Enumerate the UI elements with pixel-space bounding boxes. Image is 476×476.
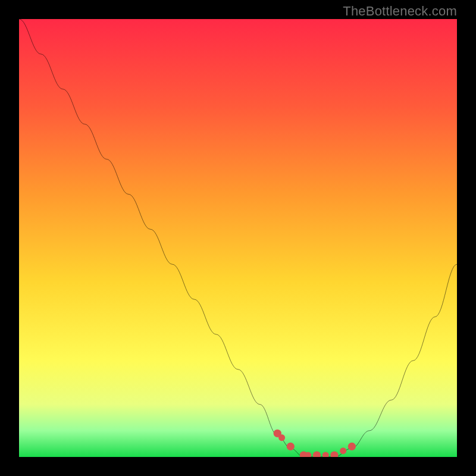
optimal-marker <box>278 434 285 441</box>
optimal-marker <box>287 443 295 450</box>
optimal-marker <box>330 451 338 457</box>
plot-area <box>19 19 457 457</box>
optimal-marker <box>322 452 329 457</box>
chart-frame: TheBottleneck.com <box>0 0 476 476</box>
optimal-marker <box>348 443 356 450</box>
watermark-text: TheBottleneck.com <box>343 4 457 19</box>
bottleneck-curve <box>19 19 457 457</box>
optimal-marker <box>313 451 321 457</box>
optimal-marker <box>340 447 346 454</box>
